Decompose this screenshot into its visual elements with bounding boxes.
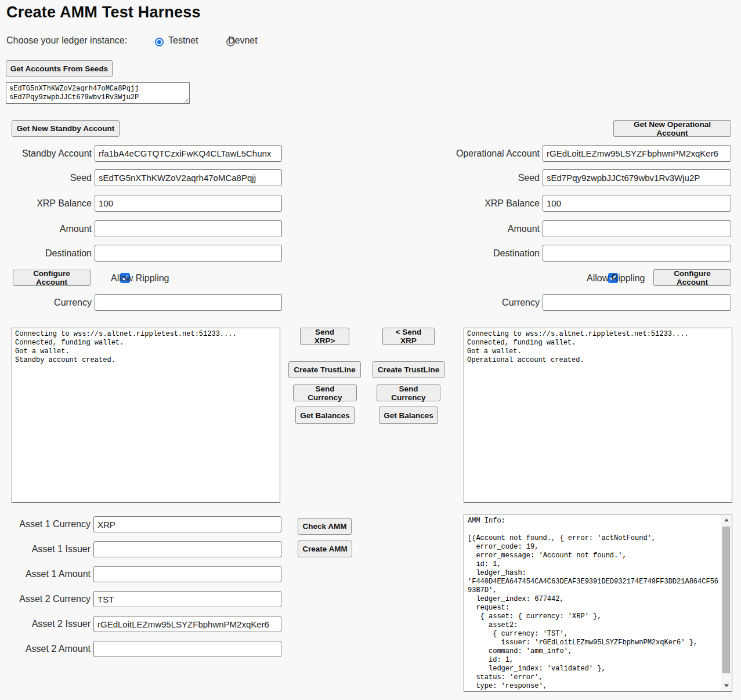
operational-xrp-balance-input[interactable] <box>543 195 731 212</box>
operational-amount-label: Amount <box>449 224 543 234</box>
standby-seed-input[interactable] <box>95 169 282 186</box>
get-accounts-from-seeds-button[interactable]: Get Accounts From Seeds <box>6 60 113 77</box>
standby-currency-label: Currency <box>0 298 95 308</box>
standby-amount-input[interactable] <box>95 220 282 237</box>
standby-get-balances-button[interactable]: Get Balances <box>295 407 355 424</box>
standby-send-currency-button[interactable]: Send Currency <box>293 385 357 401</box>
amm-info-text: AMM Info: [(Account not found., { error:… <box>468 517 720 691</box>
operational-destination-input[interactable] <box>543 245 731 262</box>
asset1-currency-input[interactable] <box>93 516 281 532</box>
standby-send-xrp-button[interactable]: Send XRP> <box>300 328 349 345</box>
create-amm-button[interactable]: Create AMM <box>298 541 352 557</box>
operational-allow-rippling-label: Allow Rippling <box>587 273 645 284</box>
check-amm-button[interactable]: Check AMM <box>298 518 352 535</box>
standby-log-textarea[interactable]: Connecting to wss://s.altnet.rippletest.… <box>12 328 280 503</box>
operational-amount-input[interactable] <box>543 220 731 237</box>
asset1-issuer-label: Asset 1 Issuer <box>0 544 93 554</box>
standby-create-trustline-button[interactable]: Create TrustLine <box>288 361 361 378</box>
operational-create-trustline-button[interactable]: Create TrustLine <box>373 361 444 378</box>
asset1-issuer-input[interactable] <box>93 541 281 557</box>
standby-account-input[interactable] <box>95 145 282 162</box>
amm-info-panel[interactable]: AMM Info: [(Account not found., { error:… <box>464 514 732 692</box>
operational-currency-input[interactable] <box>543 294 731 311</box>
operational-send-currency-button[interactable]: Send Currency <box>377 385 440 401</box>
amm-info-scrollbar[interactable] <box>721 515 731 691</box>
page-title: Create AMM Test Harness <box>6 3 201 21</box>
standby-allow-rippling-label: Allow Rippling <box>111 273 169 284</box>
devnet-label: Devnet <box>228 35 258 46</box>
asset2-currency-input[interactable] <box>93 591 281 607</box>
testnet-label: Testnet <box>168 35 198 46</box>
asset1-currency-label: Asset 1 Currency <box>0 519 93 529</box>
asset2-issuer-input[interactable] <box>93 616 281 632</box>
operational-xrp-balance-label: XRP Balance <box>449 198 543 209</box>
standby-xrp-balance-input[interactable] <box>95 195 282 212</box>
standby-seed-label: Seed <box>0 173 95 183</box>
get-new-standby-account-button[interactable]: Get New Standby Account <box>12 120 120 137</box>
operational-log-textarea[interactable]: Connecting to wss://s.altnet.rippletest.… <box>464 328 732 503</box>
operational-get-balances-button[interactable]: Get Balances <box>379 407 438 424</box>
asset2-amount-input[interactable] <box>93 641 281 657</box>
standby-xrp-balance-label: XRP Balance <box>0 198 95 209</box>
asset1-amount-label: Asset 1 Amount <box>0 569 93 579</box>
operational-currency-label: Currency <box>449 298 543 308</box>
asset2-currency-label: Asset 2 Currency <box>0 594 93 604</box>
operational-destination-label: Destination <box>449 248 543 259</box>
scroll-up-icon[interactable] <box>721 515 731 525</box>
scrollbar-thumb[interactable] <box>722 527 730 673</box>
operational-account-label: Operational Account <box>449 148 543 159</box>
standby-configure-account-button[interactable]: Configure Account <box>13 270 91 286</box>
scroll-down-icon[interactable] <box>721 681 731 691</box>
operational-seed-input[interactable] <box>543 169 731 186</box>
standby-destination-label: Destination <box>0 248 95 259</box>
ledger-instance-label: Choose your ledger instance: <box>6 35 127 46</box>
standby-destination-input[interactable] <box>95 245 282 262</box>
operational-send-xrp-button[interactable]: < Send XRP <box>382 328 435 345</box>
seeds-textarea[interactable]: sEdTG5nXThKWZoV2aqrh47oMCa8Pqjj sEd7Pqy9… <box>6 82 190 104</box>
testnet-radio[interactable] <box>155 38 164 46</box>
operational-account-input[interactable] <box>543 145 731 162</box>
create-amm-test-harness-page: Create AMM Test Harness Choose your ledg… <box>0 0 741 700</box>
asset2-amount-label: Asset 2 Amount <box>0 644 93 654</box>
operational-configure-account-button[interactable]: Configure Account <box>653 269 731 286</box>
operational-seed-label: Seed <box>449 173 543 183</box>
asset1-amount-input[interactable] <box>93 566 281 582</box>
get-new-operational-account-button[interactable]: Get New Operational Account <box>613 120 731 137</box>
standby-amount-label: Amount <box>0 224 95 234</box>
asset2-issuer-label: Asset 2 Issuer <box>0 619 93 629</box>
standby-currency-input[interactable] <box>95 294 282 311</box>
standby-account-label: Standby Account <box>0 148 95 159</box>
